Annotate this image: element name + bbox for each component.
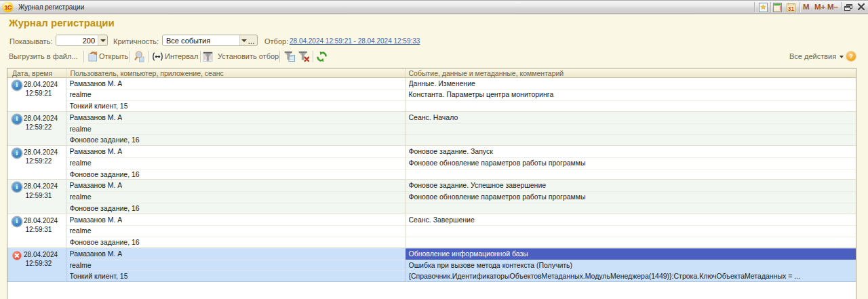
svg-text:31: 31 (788, 5, 795, 12)
